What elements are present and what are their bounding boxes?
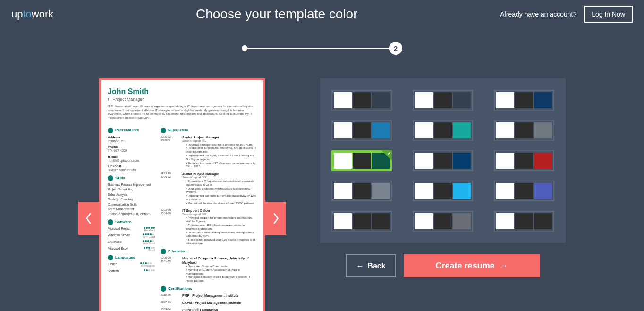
- sec-languages: Languages: [115, 255, 135, 260]
- arrow-left-icon: ←: [356, 262, 364, 270]
- color-swatch: [453, 153, 471, 169]
- color-option[interactable]: [413, 181, 473, 201]
- next-template-button[interactable]: [265, 202, 286, 235]
- color-swatch: [353, 213, 371, 229]
- color-swatch: [534, 183, 552, 199]
- account-prompt: Already have an account?: [500, 10, 576, 18]
- info-value: linkedin.com/johnutw: [108, 168, 155, 172]
- list-item: 2002-08 - 2004-09IT Support OfficerSeton…: [161, 208, 257, 246]
- color-option[interactable]: [331, 150, 392, 171]
- color-swatch: [496, 183, 514, 199]
- logo[interactable]: uptowork: [11, 8, 53, 20]
- login-button[interactable]: Log In Now: [584, 6, 633, 23]
- prev-template-button[interactable]: [78, 202, 99, 235]
- sec-skills: Skills: [115, 176, 125, 181]
- skill-item: Strategic Planning: [108, 198, 155, 201]
- back-button[interactable]: ← Back: [346, 254, 396, 277]
- rated-item: Windows ServerVery Good: [108, 233, 155, 239]
- check-icon: [381, 150, 392, 161]
- color-option[interactable]: [494, 181, 554, 201]
- color-swatch: [415, 183, 433, 199]
- color-option[interactable]: [413, 150, 473, 171]
- rated-item: Microsoft ProjectExcellent: [108, 227, 155, 232]
- step-1-dot: [242, 45, 247, 51]
- color-swatch: [515, 183, 533, 199]
- skill-item: Sales Analysis: [108, 193, 155, 197]
- color-option[interactable]: [331, 120, 392, 141]
- arrow-right-icon: →: [500, 261, 508, 271]
- info-value: 774-987-4009: [108, 149, 155, 153]
- color-swatch: [534, 153, 552, 169]
- list-item: 1996-09 - 2001-05Master of Computer Scie…: [161, 256, 257, 283]
- rated-item: Linux/UnixVery Good: [108, 240, 155, 245]
- color-swatch: [515, 122, 533, 138]
- skill-item: Project Scheduling: [108, 188, 155, 191]
- color-option[interactable]: [494, 120, 554, 141]
- color-option[interactable]: [331, 181, 392, 201]
- color-swatch: [453, 122, 471, 138]
- info-label: E-mail: [108, 155, 155, 159]
- sec-software: Software: [115, 220, 131, 225]
- color-swatch: [334, 122, 352, 138]
- color-swatch: [434, 183, 452, 199]
- color-swatch: [415, 122, 433, 138]
- color-swatch: [453, 183, 471, 199]
- color-option[interactable]: [494, 150, 554, 171]
- resume-preview: John Smith IT Project Manager IT Profess…: [101, 80, 263, 311]
- color-option[interactable]: [494, 90, 554, 111]
- skill-item: Communication Skills: [108, 203, 155, 207]
- create-label: Create resume: [436, 261, 495, 271]
- sec-education: Education: [168, 249, 186, 254]
- rated-item: FrenchIntermediate: [108, 262, 155, 268]
- list-item: 2007-11CAPM - Project Management Institu…: [161, 301, 257, 305]
- resume-name: John Smith: [108, 87, 257, 97]
- color-swatch: [515, 213, 533, 229]
- color-swatch: [515, 92, 533, 108]
- color-swatch: [372, 183, 390, 199]
- list-item: 2006-12 - presentSenior Project ManagerS…: [161, 135, 257, 169]
- color-option[interactable]: [413, 90, 473, 111]
- info-label: Phone: [108, 145, 155, 149]
- color-swatch: [434, 213, 452, 229]
- skill-item: Coding languages (C#, Python): [108, 212, 155, 216]
- color-swatch: [534, 92, 552, 108]
- color-option[interactable]: [494, 211, 554, 232]
- skill-item: Business Process Improvement: [108, 183, 155, 187]
- sec-experience: Experience: [168, 128, 188, 132]
- color-swatch: [434, 92, 452, 108]
- page-title: Choose your template color: [53, 7, 500, 22]
- color-picker-grid: [320, 78, 566, 243]
- step-2-circle: 2: [389, 42, 402, 55]
- color-swatch: [353, 153, 371, 169]
- rated-item: Spanish: [108, 269, 155, 273]
- color-swatch: [353, 92, 371, 108]
- color-swatch: [496, 92, 514, 108]
- sec-certifications: Certifications: [168, 286, 192, 291]
- color-option[interactable]: [331, 211, 392, 232]
- create-resume-button[interactable]: Create resume →: [404, 254, 540, 277]
- logo-work: work: [32, 8, 53, 20]
- color-option[interactable]: [413, 120, 473, 141]
- info-label: LinkedIn: [108, 164, 155, 168]
- stepper: 2: [0, 42, 644, 55]
- resume-role: IT Project Manager: [108, 97, 257, 103]
- rated-item: Microsoft ExcelGood: [108, 247, 155, 252]
- color-swatch: [372, 122, 390, 138]
- color-swatch: [334, 183, 352, 199]
- color-swatch: [453, 92, 471, 108]
- color-option[interactable]: [331, 90, 392, 111]
- color-swatch: [434, 122, 452, 138]
- color-swatch: [534, 213, 552, 229]
- color-swatch: [434, 153, 452, 169]
- info-label: Address: [108, 135, 155, 139]
- skill-item: Team Management: [108, 207, 155, 211]
- color-option[interactable]: [413, 211, 473, 232]
- list-item: 2003-04PRINCE2® Foundation: [161, 308, 257, 311]
- color-swatch: [372, 213, 390, 229]
- color-swatch: [515, 153, 533, 169]
- color-swatch: [534, 122, 552, 138]
- color-swatch: [353, 183, 371, 199]
- color-swatch: [415, 213, 433, 229]
- list-item: 2004-09 - 2006-12Junior Project ManagerS…: [161, 172, 257, 205]
- list-item: 2010-05PMP - Project Management Institut…: [161, 294, 257, 298]
